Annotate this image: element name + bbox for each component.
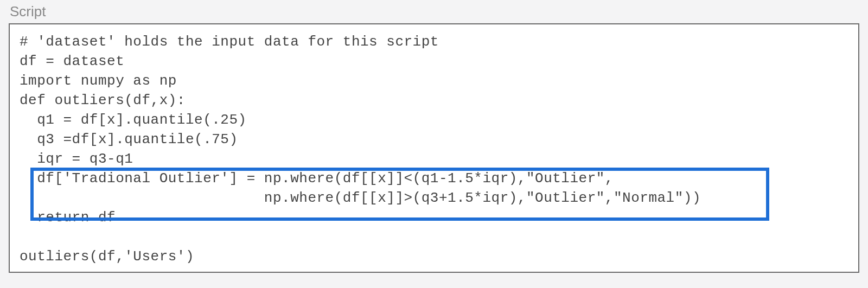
code-line: df = dataset bbox=[20, 53, 124, 69]
code-line: q3 =df[x].quantile(.75) bbox=[20, 131, 238, 148]
script-editor[interactable]: # 'dataset' holds the input data for thi… bbox=[9, 23, 859, 273]
script-panel: Script # 'dataset' holds the input data … bbox=[0, 0, 868, 281]
code-line: # 'dataset' holds the input data for thi… bbox=[20, 34, 439, 50]
code-line: iqr = q3-q1 bbox=[20, 151, 133, 167]
code-line: import numpy as np bbox=[20, 73, 177, 89]
code-line: return df bbox=[20, 209, 116, 226]
code-line: q1 = df[x].quantile(.25) bbox=[20, 112, 247, 128]
code-line: df['Tradional Outlier'] = np.where(df[[x… bbox=[20, 170, 614, 187]
code-line: outliers(df,'Users') bbox=[20, 248, 194, 265]
code-block[interactable]: # 'dataset' holds the input data for thi… bbox=[20, 32, 848, 266]
panel-label: Script bbox=[10, 3, 859, 20]
code-line: np.where(df[[x]]>(q3+1.5*iqr),"Outlier",… bbox=[20, 190, 701, 206]
code-line: def outliers(df,x): bbox=[20, 92, 186, 108]
